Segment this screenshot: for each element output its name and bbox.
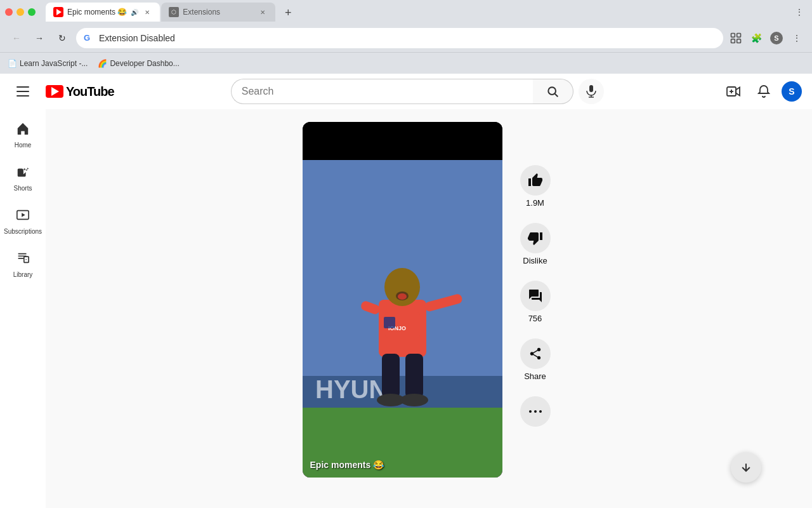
svg-point-7 [549, 87, 556, 95]
share-label: Share [524, 371, 546, 381]
svg-rect-0 [731, 34, 735, 37]
home-icon [16, 121, 30, 139]
chrome-menu-button[interactable]: ⋮ [792, 4, 807, 20]
title-bar: Epic moments 😂 🔊 ✕ ⬡ Extensions ✕ + ⋮ [0, 0, 812, 24]
youtube-search-wrap [231, 79, 573, 104]
home-label: Home [15, 142, 32, 149]
youtube-search-area [124, 79, 710, 104]
tab-audio-icon: 🔊 [131, 9, 138, 16]
sidebar-item-shorts[interactable]: Shorts [3, 157, 43, 198]
comments-button[interactable]: 756 [515, 276, 556, 328]
address-text: Extension Disabled [99, 33, 716, 43]
comment-count: 756 [528, 314, 542, 323]
window-controls [5, 8, 36, 16]
close-button[interactable] [5, 8, 13, 16]
like-count: 1.9M [526, 198, 544, 208]
youtube-header-right: S [721, 79, 802, 104]
svg-point-34 [529, 410, 532, 413]
library-icon [16, 251, 30, 269]
library-label: Library [13, 271, 33, 278]
svg-point-36 [539, 410, 542, 413]
shorts-video-overlay: Epic moments 😂 [303, 452, 502, 478]
shorts-black-top [303, 122, 502, 160]
more-options-button[interactable] [520, 396, 551, 427]
shorts-video-svg: HYUN [303, 160, 502, 478]
refresh-button[interactable]: ↻ [53, 29, 71, 47]
youtube-search-button[interactable] [533, 79, 573, 104]
shorts-icon [16, 164, 30, 182]
tab-favicon-yt [53, 7, 63, 17]
svg-rect-9 [589, 85, 593, 92]
browser-right-controls: ⋮ [792, 4, 807, 20]
dislike-icon-circle [520, 223, 551, 253]
svg-rect-26 [405, 354, 423, 398]
tab-close-extensions[interactable]: ✕ [258, 7, 268, 17]
comments-icon-circle [520, 281, 551, 311]
svg-rect-31 [384, 317, 395, 328]
tab-favicon-ext: ⬡ [169, 7, 179, 17]
chrome-browser: Epic moments 😂 🔊 ✕ ⬡ Extensions ✕ + ⋮ ← … [0, 0, 812, 508]
subscriptions-icon [16, 208, 30, 225]
shorts-video-area: HYUN [303, 160, 502, 478]
youtube-mic-button[interactable] [579, 79, 604, 104]
shorts-player[interactable]: HYUN [303, 122, 502, 478]
browser-content: YouTube [0, 74, 812, 508]
youtube-logo-text: YouTube [66, 84, 114, 99]
like-button[interactable]: 1.9M [515, 160, 556, 213]
sidebar-item-subscriptions[interactable]: Subscriptions [3, 201, 43, 241]
shorts-title: Epic moments 😂 [310, 460, 495, 470]
shorts-label: Shorts [14, 185, 32, 192]
chrome-settings-button[interactable]: S [769, 30, 784, 46]
subscriptions-label: Subscriptions [4, 228, 42, 235]
address-input-wrap[interactable]: G Extension Disabled [76, 28, 723, 48]
scroll-down-button[interactable] [731, 452, 761, 483]
svg-text:HYUN: HYUN [315, 375, 387, 403]
create-video-button[interactable] [721, 79, 746, 104]
bookmarks-bar: 📄 Learn JavaScript -... 🌈 Developer Dash… [0, 52, 812, 74]
youtube-search-input[interactable] [231, 79, 533, 104]
bookmark-dev-dash-label: Developer Dashbo... [110, 59, 179, 68]
dislike-button[interactable]: Dislike [515, 218, 556, 271]
tabs-area: Epic moments 😂 🔊 ✕ ⬡ Extensions ✕ + [46, 3, 787, 22]
yt-menu-button[interactable] [10, 79, 36, 104]
svg-rect-25 [382, 354, 400, 398]
svg-rect-1 [737, 34, 741, 37]
bookmark-learn-js[interactable]: 📄 Learn JavaScript -... [8, 59, 88, 68]
tab-close-youtube[interactable]: ✕ [142, 7, 152, 17]
sidebar-item-library[interactable]: Library [3, 244, 43, 284]
bookmark-dev-dash[interactable]: 🌈 Developer Dashbo... [98, 59, 179, 68]
youtube-page: Home Shorts [0, 109, 812, 508]
svg-point-33 [398, 293, 407, 300]
maximize-button[interactable] [28, 8, 36, 16]
profile-button[interactable] [728, 30, 743, 46]
user-avatar[interactable]: S [782, 81, 802, 102]
svg-rect-3 [737, 39, 741, 43]
sidebar-item-home[interactable]: Home [3, 114, 43, 155]
svg-point-28 [400, 394, 428, 406]
share-button[interactable]: Share [515, 333, 556, 386]
minimize-button[interactable] [16, 8, 24, 16]
youtube-sidebar: Home Shorts [0, 109, 46, 508]
share-icon-circle [520, 338, 551, 369]
shorts-action-buttons: 1.9M Dislike [515, 122, 556, 432]
notifications-button[interactable] [751, 79, 776, 104]
chrome-menu-icon[interactable]: ⋮ [789, 30, 804, 46]
address-bar: ← → ↻ G Extension Disabled 🧩 S ⋮ [0, 24, 812, 52]
youtube-logo[interactable]: YouTube [46, 84, 114, 99]
address-right-controls: 🧩 S ⋮ [728, 30, 804, 46]
youtube-play-icon [51, 87, 59, 96]
svg-rect-5 [16, 91, 29, 92]
new-tab-button[interactable]: + [279, 4, 297, 22]
bookmark-learn-js-label: Learn JavaScript -... [20, 59, 88, 68]
like-icon-circle [520, 165, 551, 196]
extensions-button[interactable]: 🧩 [749, 30, 764, 46]
tab-youtube[interactable]: Epic moments 😂 🔊 ✕ [46, 3, 160, 22]
svg-rect-2 [731, 39, 735, 43]
youtube-main: HYUN [46, 109, 812, 508]
tab-title-youtube: Epic moments 😂 [67, 8, 127, 17]
tab-extensions[interactable]: ⬡ Extensions ✕ [161, 3, 275, 22]
youtube-logo-icon [46, 85, 63, 98]
back-button[interactable]: ← [8, 29, 25, 47]
forward-button[interactable]: → [30, 29, 48, 47]
svg-point-35 [534, 410, 537, 413]
